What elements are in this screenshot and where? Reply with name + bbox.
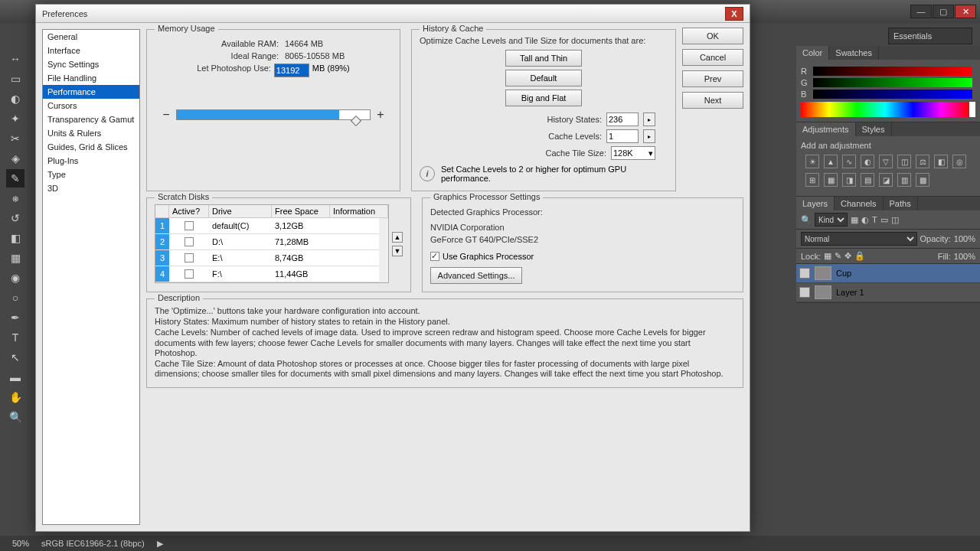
- workspace-switcher[interactable]: Essentials: [888, 28, 972, 44]
- slider-plus[interactable]: +: [375, 108, 386, 122]
- big-flat-button[interactable]: Big and Flat: [505, 90, 582, 106]
- default-button[interactable]: Default: [505, 70, 582, 86]
- eraser-tool-icon[interactable]: ◧: [6, 229, 24, 247]
- filter-type-icon[interactable]: T: [872, 215, 877, 224]
- sidebar-item-cursors[interactable]: Cursors: [43, 99, 139, 112]
- adj-curves-icon[interactable]: ∿: [842, 155, 856, 168]
- lock-pos-icon[interactable]: ✥: [844, 251, 851, 261]
- b-slider[interactable]: [813, 90, 972, 99]
- cache-levels-input[interactable]: [606, 129, 639, 143]
- lock-trans-icon[interactable]: ▦: [824, 251, 831, 261]
- visibility-icon[interactable]: [799, 268, 810, 279]
- adj-selective-icon[interactable]: ▩: [916, 173, 929, 187]
- lock-all-icon[interactable]: 🔒: [854, 251, 865, 261]
- path-tool-icon[interactable]: ↖: [6, 348, 24, 367]
- color-spectrum[interactable]: [801, 102, 975, 117]
- sidebar-item-sync[interactable]: Sync Settings: [43, 57, 139, 71]
- minimize-button[interactable]: —: [910, 5, 932, 18]
- scratch-active-checkbox[interactable]: [185, 221, 194, 230]
- adj-photo-icon[interactable]: ◎: [952, 155, 966, 168]
- tab-channels[interactable]: Channels: [835, 197, 883, 210]
- scratch-move-up[interactable]: ▲: [392, 232, 403, 243]
- filter-pixel-icon[interactable]: ▦: [851, 215, 858, 225]
- tab-paths[interactable]: Paths: [884, 197, 918, 210]
- type-tool-icon[interactable]: T: [6, 328, 24, 347]
- scratch-row[interactable]: 1 default(C) 3,12GB: [155, 218, 388, 234]
- sidebar-item-3d[interactable]: 3D: [43, 181, 139, 195]
- zoom-level[interactable]: 50%: [12, 539, 29, 548]
- scratch-move-down[interactable]: ▼: [392, 246, 403, 256]
- scratch-active-checkbox[interactable]: [185, 237, 194, 246]
- cancel-button[interactable]: Cancel: [682, 49, 743, 66]
- layer-row[interactable]: Cup: [796, 264, 980, 283]
- blur-tool-icon[interactable]: ◉: [6, 269, 24, 287]
- sidebar-item-filehandling[interactable]: File Handling: [43, 71, 139, 85]
- stamp-tool-icon[interactable]: ⎈: [6, 189, 24, 207]
- tab-styles[interactable]: Styles: [856, 122, 892, 136]
- layer-filter-kind[interactable]: Kind: [815, 213, 848, 227]
- adj-exposure-icon[interactable]: ◐: [861, 155, 874, 168]
- eyedropper-tool-icon[interactable]: ◈: [6, 149, 24, 168]
- wand-tool-icon[interactable]: ✦: [6, 109, 24, 128]
- scratch-active-checkbox[interactable]: [185, 253, 194, 262]
- tab-adjustments[interactable]: Adjustments: [796, 122, 856, 136]
- dialog-close-button[interactable]: X: [725, 7, 743, 21]
- tall-thin-button[interactable]: Tall and Thin: [505, 50, 582, 67]
- filter-adjust-icon[interactable]: ◐: [861, 215, 869, 225]
- lasso-tool-icon[interactable]: ◐: [6, 90, 24, 108]
- adj-hue-icon[interactable]: ◫: [897, 155, 911, 168]
- ok-button[interactable]: OK: [682, 28, 743, 44]
- scratch-row[interactable]: 4 F:\ 11,44GB: [155, 266, 388, 282]
- filter-smart-icon[interactable]: ◫: [891, 215, 899, 225]
- sidebar-item-type[interactable]: Type: [43, 168, 139, 181]
- cache-levels-stepper[interactable]: ▸: [643, 129, 655, 143]
- scratch-row[interactable]: 3 E:\ 8,74GB: [155, 250, 388, 266]
- app-close-button[interactable]: ✕: [955, 5, 976, 18]
- hand-tool-icon[interactable]: ✋: [6, 388, 24, 406]
- scratch-scrollbar[interactable]: [379, 218, 388, 282]
- rectangle-tool-icon[interactable]: ▬: [6, 368, 24, 386]
- marquee-tool-icon[interactable]: ▭: [6, 70, 24, 88]
- visibility-icon[interactable]: [799, 287, 810, 298]
- sidebar-item-units[interactable]: Units & Rulers: [43, 126, 139, 140]
- dodge-tool-icon[interactable]: ○: [6, 289, 24, 307]
- opacity-value[interactable]: 100%: [954, 234, 975, 243]
- lock-pixel-icon[interactable]: ✎: [835, 251, 841, 261]
- move-tool-icon[interactable]: ↔: [6, 50, 24, 68]
- adj-invert-icon[interactable]: ◨: [842, 173, 856, 187]
- adj-mixer-icon[interactable]: ⊞: [805, 173, 819, 187]
- blend-mode-select[interactable]: Normal: [801, 232, 917, 246]
- scratch-row[interactable]: 2 D:\ 71,28MB: [155, 234, 388, 250]
- tab-color[interactable]: Color: [796, 46, 829, 60]
- adj-balance-icon[interactable]: ⚖: [916, 155, 929, 168]
- adj-lookup-icon[interactable]: ▦: [824, 173, 838, 187]
- scratch-active-checkbox[interactable]: [185, 269, 194, 279]
- maximize-button[interactable]: ▢: [933, 5, 954, 18]
- fill-value[interactable]: 100%: [954, 252, 975, 261]
- sidebar-item-transparency[interactable]: Transparency & Gamut: [43, 112, 139, 126]
- brush-tool-icon[interactable]: ✎: [6, 169, 24, 187]
- sidebar-item-guides[interactable]: Guides, Grid & Slices: [43, 140, 139, 154]
- adj-brightness-icon[interactable]: ☀: [805, 155, 819, 168]
- history-states-input[interactable]: [606, 112, 639, 126]
- slider-minus[interactable]: −: [161, 108, 172, 122]
- adj-vibrance-icon[interactable]: ▽: [879, 155, 893, 168]
- crop-tool-icon[interactable]: ✂: [6, 129, 24, 148]
- adj-gradient-icon[interactable]: ▥: [897, 173, 911, 187]
- gradient-tool-icon[interactable]: ▦: [6, 249, 24, 267]
- use-gpu-checkbox[interactable]: [430, 252, 439, 261]
- memory-slider[interactable]: [176, 109, 371, 120]
- next-button[interactable]: Next: [682, 92, 743, 109]
- filter-shape-icon[interactable]: ▭: [880, 215, 888, 225]
- tab-layers[interactable]: Layers: [796, 197, 835, 210]
- g-slider[interactable]: [813, 78, 972, 87]
- cache-tile-dropdown[interactable]: 128K▾: [611, 146, 655, 160]
- history-states-stepper[interactable]: ▸: [643, 112, 655, 126]
- adj-threshold-icon[interactable]: ◪: [879, 173, 893, 187]
- sidebar-item-performance[interactable]: Performance: [43, 85, 139, 99]
- prev-button[interactable]: Prev: [682, 70, 743, 87]
- tab-swatches[interactable]: Swatches: [829, 46, 879, 60]
- sidebar-item-plugins[interactable]: Plug-Ins: [43, 154, 139, 168]
- adj-bw-icon[interactable]: ◧: [934, 155, 948, 168]
- r-slider[interactable]: [813, 67, 972, 76]
